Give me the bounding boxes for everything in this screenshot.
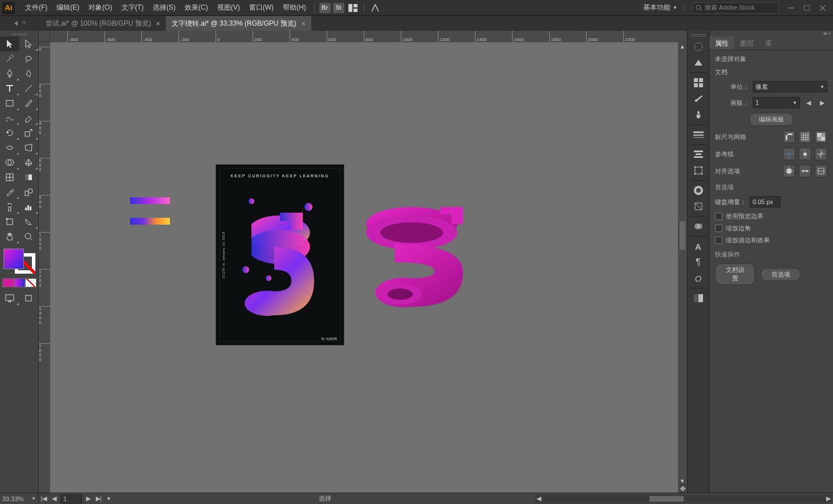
horizontal-scrollbar[interactable]: ◀ ▶: [535, 495, 832, 503]
horizontal-ruler[interactable]: -800-600-400-200020040060080010001200140…: [50, 31, 687, 42]
zoom-tool[interactable]: [19, 229, 39, 244]
vertical-ruler[interactable]: 02004006008001000120014001600: [39, 42, 50, 493]
grid-toggle[interactable]: [799, 131, 811, 143]
maximize-button[interactable]: [800, 2, 814, 14]
eraser-tool[interactable]: [19, 111, 39, 125]
symbol-sprayer-tool[interactable]: [0, 200, 19, 214]
prev-artboard[interactable]: ◀: [49, 494, 59, 503]
color-mode[interactable]: [2, 278, 14, 287]
paragraph-panel-icon[interactable]: ¶: [689, 254, 708, 270]
tab-layers[interactable]: 图层: [734, 36, 759, 50]
smart-guides[interactable]: [815, 148, 827, 160]
next-artboard[interactable]: ▶: [817, 98, 827, 107]
key-increment-input[interactable]: [750, 196, 781, 208]
tab-properties[interactable]: 属性: [709, 36, 734, 50]
selection-tool[interactable]: [0, 36, 19, 51]
menu-type[interactable]: 文字(T): [117, 1, 148, 15]
menu-file[interactable]: 文件(F): [21, 1, 52, 15]
panel-grip[interactable]: [709, 31, 833, 36]
zoom-level[interactable]: 33.33%▼: [0, 493, 39, 504]
first-artboard[interactable]: |◀: [39, 494, 49, 503]
edit-artboards-button[interactable]: 编辑画板: [749, 113, 794, 126]
align-panel-icon[interactable]: [689, 147, 708, 162]
color-guide-icon[interactable]: [689, 55, 708, 71]
fill-stroke-swatch[interactable]: [2, 247, 36, 275]
direct-selection-tool[interactable]: [19, 36, 39, 51]
arrange-docs-icon[interactable]: [347, 2, 359, 14]
line-tool[interactable]: [19, 81, 39, 96]
character-panel-icon[interactable]: A: [689, 238, 708, 254]
curvature-tool[interactable]: [19, 66, 39, 81]
workspace-switcher[interactable]: 基本功能▼: [640, 2, 681, 14]
ruler-origin[interactable]: [39, 31, 50, 42]
transparency-panel-icon[interactable]: [689, 218, 708, 234]
screen-mode[interactable]: [0, 291, 19, 306]
document-tab[interactable]: 尝试.ai* @ 100% (RGB/GPU 预览)✕: [40, 16, 166, 31]
stock-icon[interactable]: St: [333, 3, 344, 13]
minimize-button[interactable]: [784, 2, 798, 14]
pen-tool[interactable]: [0, 66, 19, 81]
color-panel-icon[interactable]: [689, 39, 708, 55]
guides-lock[interactable]: [799, 148, 811, 160]
snap-grid[interactable]: [815, 165, 827, 177]
gpu-icon[interactable]: [369, 2, 381, 14]
menu-effect[interactable]: 效果(C): [180, 1, 213, 15]
next-artboard[interactable]: ▶: [83, 494, 94, 503]
snap-pixel[interactable]: [783, 165, 795, 177]
artboard-nav-more[interactable]: ▾: [104, 494, 114, 503]
fill-swatch[interactable]: [3, 249, 24, 269]
swatches-panel-icon[interactable]: [689, 75, 708, 91]
tab-libraries[interactable]: 库: [759, 36, 778, 50]
symbols-panel-icon[interactable]: [689, 107, 708, 123]
edit-toolbar[interactable]: [19, 291, 39, 306]
gradient-mode[interactable]: [14, 278, 25, 287]
menu-object[interactable]: 对象(O): [84, 1, 116, 15]
last-artboard[interactable]: ▶|: [94, 494, 104, 503]
close-button[interactable]: [816, 2, 830, 14]
menu-edit[interactable]: 编辑(E): [52, 1, 84, 15]
scale-corners-checkbox[interactable]: 缩放边角: [715, 224, 827, 233]
shaper-tool[interactable]: [0, 111, 19, 125]
guides-visibility[interactable]: [783, 148, 795, 160]
artboard[interactable]: KEEP CURIOSITY KEEP LEARNING 21130 in Ja…: [216, 164, 344, 346]
bridge-icon[interactable]: Br: [319, 3, 331, 13]
hand-tool[interactable]: [0, 229, 19, 244]
close-icon[interactable]: ✕: [301, 21, 306, 27]
artboard-tool[interactable]: [0, 214, 19, 229]
perspective-tool[interactable]: [19, 155, 39, 170]
ruler-toggle[interactable]: [783, 131, 795, 143]
opentype-panel-icon[interactable]: O: [689, 270, 708, 286]
canvas[interactable]: KEEP CURIOSITY KEEP LEARNING 21130 in Ja…: [50, 42, 678, 493]
rectangle-tool[interactable]: [0, 96, 19, 111]
eyedropper-tool[interactable]: [0, 185, 19, 200]
unit-select[interactable]: 像素▼: [753, 81, 827, 92]
panel-grip[interactable]: [0, 32, 38, 36]
appearance-panel-icon[interactable]: [689, 182, 708, 198]
gradient-swatch[interactable]: [130, 197, 170, 204]
menu-window[interactable]: 窗口(W): [245, 1, 278, 15]
tab-strip-handle[interactable]: [0, 16, 40, 31]
scale-tool[interactable]: [19, 125, 39, 140]
transform-panel-icon[interactable]: [689, 162, 708, 178]
stroke-panel-icon[interactable]: [689, 127, 708, 143]
vertical-scrollbar[interactable]: ▴ ▾ ✥: [678, 42, 687, 493]
use-preview-bounds-checkbox[interactable]: 使用预览边界: [715, 212, 827, 221]
snap-point[interactable]: [799, 165, 811, 177]
graph-tool[interactable]: [19, 200, 39, 214]
menu-select[interactable]: 选择(S): [148, 1, 180, 15]
close-icon[interactable]: ✕: [156, 21, 160, 27]
prev-artboard[interactable]: ◀: [803, 98, 814, 107]
mesh-tool[interactable]: [0, 170, 19, 185]
slice-tool[interactable]: [19, 214, 39, 229]
shape-builder-tool[interactable]: [0, 155, 19, 170]
document-tab[interactable]: 文字绕转.ai* @ 33.33% (RGB/GPU 预览)✕: [166, 16, 311, 31]
gradient-swatch[interactable]: [130, 218, 170, 225]
gradient-tool[interactable]: [19, 170, 39, 185]
preferences-button[interactable]: 首选项: [761, 268, 801, 281]
magic-wand-tool[interactable]: [0, 51, 19, 66]
lasso-tool[interactable]: [19, 51, 39, 66]
menu-view[interactable]: 视图(V): [213, 1, 245, 15]
document-setup-button[interactable]: 文档设置: [715, 263, 755, 285]
search-input[interactable]: 搜索 Adobe Stock: [693, 2, 778, 14]
none-mode[interactable]: [25, 278, 36, 287]
